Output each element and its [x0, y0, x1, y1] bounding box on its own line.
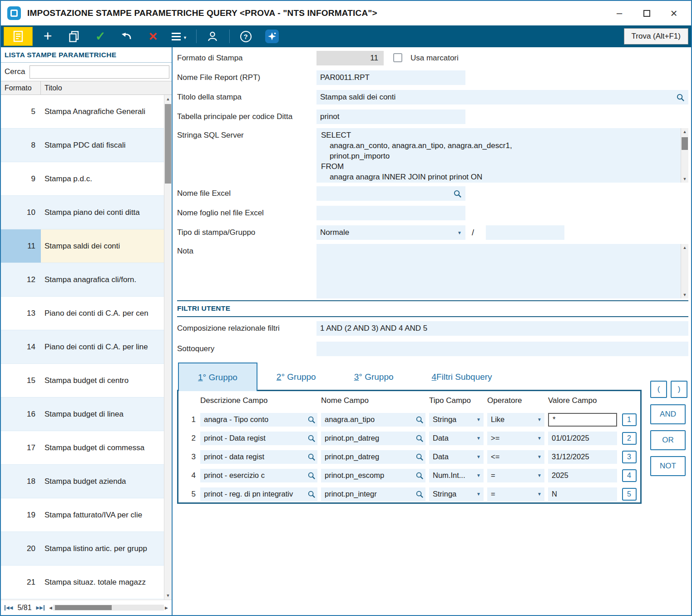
scrollbar-thumb[interactable]: [682, 137, 688, 150]
nota-scrollbar[interactable]: ▲ ▼: [681, 244, 688, 298]
usa-marcatori-checkbox[interactable]: [393, 53, 402, 62]
filter-valore-field[interactable]: 01/01/2025: [548, 432, 617, 445]
search-icon[interactable]: [307, 434, 316, 442]
filter-operatore-select[interactable]: = ▼: [487, 487, 544, 501]
first-record-button[interactable]: [5, 605, 13, 611]
list-item[interactable]: 16 Stampa budget di linea: [1, 397, 164, 431]
last-record-button[interactable]: [36, 605, 44, 611]
list-item[interactable]: 9 Stampa p.d.c.: [1, 162, 164, 196]
list-item[interactable]: 14 Piano dei conti di C.A. per line: [1, 330, 164, 364]
column-header-titolo[interactable]: Titolo: [41, 81, 172, 94]
or-button[interactable]: OR: [650, 430, 686, 450]
list-item[interactable]: 13 Piano dei conti di C.A. per cen: [1, 297, 164, 330]
filter-descrizione-field[interactable]: prinot - reg. di pn integrativ: [200, 487, 317, 501]
scrollbar-thumb[interactable]: [55, 605, 112, 610]
list-item[interactable]: 12 Stampa anagrafica cli/forn.: [1, 263, 164, 297]
gruppo-field[interactable]: [486, 225, 564, 240]
scroll-up-icon[interactable]: ▲: [681, 245, 688, 250]
scroll-down-icon[interactable]: ▼: [164, 593, 172, 598]
assistant-button[interactable]: [261, 27, 283, 46]
search-input[interactable]: [30, 65, 169, 79]
filter-tipo-select[interactable]: Data ▼: [429, 432, 484, 445]
search-icon[interactable]: [415, 472, 424, 480]
search-icon[interactable]: [307, 490, 316, 498]
search-icon[interactable]: [307, 453, 316, 461]
maximize-button[interactable]: [633, 4, 660, 22]
titolo-field[interactable]: Stampa saldi dei conti: [316, 90, 688, 104]
filter-index-button[interactable]: 2: [622, 432, 637, 445]
excel-field[interactable]: [316, 186, 465, 201]
tabella-field[interactable]: prinot: [316, 109, 465, 124]
scroll-up-icon[interactable]: ▲: [164, 97, 172, 101]
filter-operatore-select[interactable]: = ▼: [487, 469, 544, 482]
list-item[interactable]: 21 Stampa situaz. totale magazz: [1, 566, 164, 599]
close-button[interactable]: ×: [660, 4, 687, 22]
composizione-field[interactable]: 1 AND (2 AND 3) AND 4 AND 5: [316, 321, 688, 336]
form-view-button[interactable]: [4, 27, 33, 46]
add-button[interactable]: +: [36, 27, 59, 46]
filter-tipo-select[interactable]: Data ▼: [429, 450, 484, 464]
find-button[interactable]: Trova (Alt+F1): [624, 28, 688, 45]
filter-nome-field[interactable]: prinot.pn_escomp: [321, 469, 425, 482]
sql-scrollbar[interactable]: ▲ ▼: [681, 128, 688, 183]
scrollbar-track[interactable]: [53, 605, 164, 611]
filter-valore-field[interactable]: N: [548, 487, 617, 501]
tab-gruppo[interactable]: 4 Filtri Subquery: [413, 363, 511, 391]
filter-nome-field[interactable]: prinot.pn_datreg: [321, 450, 425, 464]
search-icon[interactable]: [415, 416, 424, 424]
scroll-up-icon[interactable]: ▲: [681, 129, 688, 134]
filter-index-button[interactable]: 3: [622, 451, 637, 463]
tab-gruppo[interactable]: 2° Gruppo: [257, 363, 335, 391]
scroll-down-icon[interactable]: ▼: [681, 293, 688, 297]
help-button[interactable]: ?: [234, 27, 257, 46]
search-icon[interactable]: [676, 93, 685, 102]
search-icon[interactable]: [307, 472, 316, 480]
filter-tipo-select[interactable]: Stringa ▼: [429, 413, 484, 427]
filter-operatore-select[interactable]: >= ▼: [487, 432, 544, 445]
filter-tipo-select[interactable]: Num.Int... ▼: [429, 469, 484, 482]
list-item[interactable]: 5 Stampa Anagrafiche Generali: [1, 95, 164, 129]
filter-descrizione-field[interactable]: prinot - data regist: [200, 450, 317, 464]
user-button[interactable]: [201, 27, 224, 46]
filter-index-button[interactable]: 5: [622, 488, 637, 501]
list-item[interactable]: 8 Stampa PDC dati fiscali: [1, 129, 164, 162]
filter-tipo-select[interactable]: Stringa ▼: [429, 487, 484, 501]
foglio-field[interactable]: [316, 206, 465, 220]
filter-index-button[interactable]: 1: [622, 413, 637, 426]
list-item[interactable]: 19 Stampa fatturato/IVA per clie: [1, 498, 164, 532]
delete-button[interactable]: ✕: [142, 27, 164, 46]
search-icon[interactable]: [307, 416, 316, 424]
filter-valore-field[interactable]: 2025: [548, 469, 617, 482]
nota-field[interactable]: ▲ ▼: [316, 244, 688, 298]
filter-nome-field[interactable]: prinot.pn_integr: [321, 487, 425, 501]
close-paren-button[interactable]: ): [671, 381, 687, 398]
scrollbar-thumb[interactable]: [165, 104, 171, 184]
search-icon[interactable]: [415, 434, 424, 442]
search-icon[interactable]: [415, 490, 424, 498]
list-item[interactable]: 20 Stampa listino artic. per grupp: [1, 532, 164, 566]
tipo-stampa-select[interactable]: Normale▼: [316, 225, 465, 240]
filter-nome-field[interactable]: anagra.an_tipo: [321, 413, 425, 427]
scroll-left-icon[interactable]: ◀: [49, 606, 52, 610]
scroll-right-icon[interactable]: ▶: [165, 606, 168, 610]
list-vertical-scrollbar[interactable]: ▲ ▼: [164, 95, 172, 600]
filter-valore-field[interactable]: 31/12/2025: [548, 450, 617, 464]
tab-gruppo[interactable]: 1° Gruppo: [178, 363, 257, 391]
filter-valore-field[interactable]: *: [548, 413, 617, 427]
menu-button[interactable]: ▼: [168, 27, 191, 46]
list-item[interactable]: 11 Stampa saldi dei conti: [1, 229, 164, 263]
filter-operatore-select[interactable]: <= ▼: [487, 450, 544, 464]
filter-index-button[interactable]: 4: [622, 469, 637, 482]
sql-field[interactable]: SELECT anagra.an_conto, anagra.an_tipo, …: [316, 128, 688, 183]
list-item[interactable]: 17 Stampa budget di commessa: [1, 431, 164, 465]
search-icon[interactable]: [453, 189, 462, 198]
open-paren-button[interactable]: (: [650, 381, 667, 398]
minimize-button[interactable]: –: [606, 4, 633, 22]
filter-operatore-select[interactable]: Like ▼: [487, 413, 544, 427]
list-item[interactable]: 18 Stampa budget azienda: [1, 465, 164, 498]
list-item[interactable]: 15 Stampa budget di centro: [1, 364, 164, 397]
undo-button[interactable]: [115, 27, 138, 46]
not-button[interactable]: NOT: [650, 456, 686, 476]
filter-descrizione-field[interactable]: anagra - Tipo conto: [200, 413, 317, 427]
rpt-field[interactable]: PAR0011.RPT: [316, 70, 465, 85]
